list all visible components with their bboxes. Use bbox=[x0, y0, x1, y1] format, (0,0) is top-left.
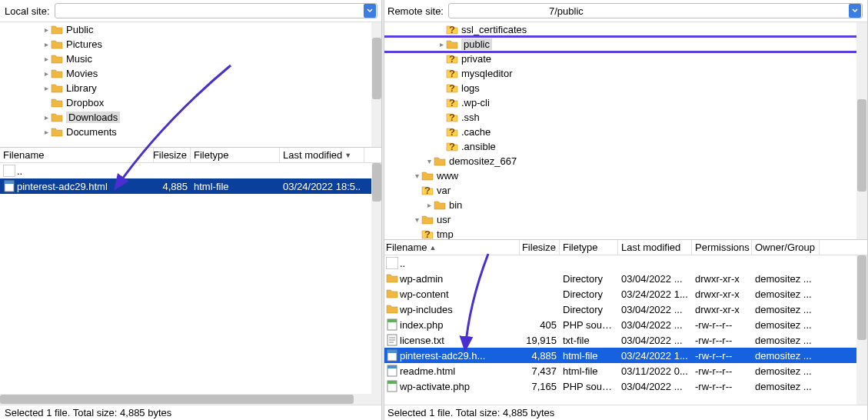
col-filesize[interactable]: Filesize bbox=[154, 148, 191, 162]
remote-rows[interactable]: ..wp-adminDirectory03/04/2022 ...drwxr-x… bbox=[383, 255, 867, 405]
local-site-label: Local site: bbox=[5, 5, 50, 17]
tree-item[interactable]: tmp bbox=[383, 227, 867, 239]
file-row[interactable]: readme.html7,437html-file03/11/2022 0...… bbox=[383, 363, 867, 378]
tree-item[interactable]: ▸Library bbox=[0, 81, 382, 95]
scrollbar-vertical[interactable] bbox=[856, 22, 867, 239]
remote-tree[interactable]: ssl_certificates▸publicprivatemysqledito… bbox=[383, 22, 867, 239]
local-tree[interactable]: ▸Public▸Pictures▸Music▸Movies▸LibraryDro… bbox=[0, 22, 382, 147]
tree-item[interactable]: mysqleditor bbox=[383, 66, 867, 81]
folder-icon bbox=[446, 38, 458, 51]
twisty-icon[interactable]: ▸ bbox=[42, 113, 51, 122]
twisty-icon[interactable]: ▸ bbox=[42, 55, 51, 63]
cell-ft: Directory bbox=[560, 304, 618, 315]
tree-item[interactable]: ▸public bbox=[383, 37, 867, 52]
file-row[interactable]: pinterest-adc29.html4,885html-file03/24/… bbox=[0, 178, 382, 194]
tree-item[interactable]: var bbox=[383, 183, 867, 198]
cell-pm: drwxr-xr-x bbox=[692, 304, 752, 315]
dropdown-icon[interactable] bbox=[364, 4, 376, 18]
scrollbar-vertical[interactable] bbox=[371, 163, 382, 394]
twisty-icon[interactable]: ▾ bbox=[424, 157, 434, 165]
twisty-icon[interactable]: ▸ bbox=[42, 69, 51, 78]
col-filetype[interactable]: Filetype bbox=[191, 148, 280, 162]
col-filesize[interactable]: Filesize bbox=[520, 240, 560, 255]
file-row[interactable]: wp-activate.php7,165PHP source03/04/2022… bbox=[383, 378, 867, 394]
parent-dir-row[interactable]: .. bbox=[0, 163, 382, 178]
cell-lm: 03/04/2022 ... bbox=[618, 335, 692, 346]
tree-label: demositez_667 bbox=[449, 155, 517, 167]
col-lastmod[interactable]: Last modified▼ bbox=[280, 148, 364, 162]
tree-label: .cache bbox=[461, 126, 491, 138]
cell-og: demositez ... bbox=[752, 335, 820, 346]
tree-item[interactable]: ssl_certificates bbox=[383, 22, 867, 37]
file-row[interactable]: license.txt19,915txt-file03/04/2022 ...-… bbox=[383, 332, 867, 348]
tree-item[interactable]: ▸Public bbox=[0, 22, 382, 37]
col-filetype[interactable]: Filetype bbox=[560, 240, 618, 255]
file-row[interactable]: wp-contentDirectory03/24/2022 1...drwxr-… bbox=[383, 286, 867, 302]
twisty-icon[interactable]: ▸ bbox=[42, 128, 51, 136]
twisty-icon[interactable]: ▸ bbox=[42, 40, 51, 48]
local-file-list: Filename Filesize Filetype Last modified… bbox=[0, 147, 382, 405]
tree-item[interactable]: .ansible bbox=[383, 139, 867, 154]
tree-label: .ansible bbox=[461, 141, 496, 152]
tree-item[interactable]: .ssh bbox=[383, 110, 867, 125]
pane-divider[interactable] bbox=[381, 0, 384, 420]
tree-item[interactable]: logs bbox=[383, 81, 867, 95]
tree-item[interactable]: ▾usr bbox=[383, 212, 867, 227]
txt-file-icon bbox=[386, 334, 398, 346]
parent-dir-row[interactable]: .. bbox=[383, 255, 867, 271]
twisty-icon[interactable]: ▾ bbox=[412, 172, 421, 180]
folder-icon bbox=[51, 68, 63, 80]
tree-item[interactable]: private bbox=[383, 52, 867, 66]
file-row[interactable]: wp-includesDirectory03/04/2022 ...drwxr-… bbox=[383, 302, 867, 317]
twisty-icon[interactable]: ▾ bbox=[412, 215, 421, 224]
scrollbar-vertical[interactable] bbox=[856, 255, 867, 405]
cell-og: demositez ... bbox=[752, 381, 820, 392]
local-headers[interactable]: Filename Filesize Filetype Last modified… bbox=[0, 148, 382, 163]
file-row[interactable]: wp-adminDirectory03/04/2022 ...drwxr-xr-… bbox=[383, 271, 867, 286]
tree-item[interactable]: ▸Documents bbox=[0, 125, 382, 139]
php-file-icon bbox=[386, 318, 398, 331]
tree-label: usr bbox=[437, 214, 451, 225]
tree-item[interactable]: ▸Music bbox=[0, 52, 382, 66]
local-site-select[interactable] bbox=[55, 3, 377, 18]
dropdown-icon[interactable] bbox=[849, 4, 861, 18]
cell-ft: Directory bbox=[560, 273, 618, 285]
tree-item[interactable]: .wp-cli bbox=[383, 95, 867, 110]
twisty-icon[interactable]: ▸ bbox=[42, 25, 51, 34]
php-file-icon bbox=[386, 380, 398, 392]
file-row[interactable]: index.php405PHP source03/04/2022 ...-rw-… bbox=[383, 317, 867, 332]
tree-label: Dropbox bbox=[66, 97, 104, 108]
file-row[interactable]: pinterest-adc29.h...4,885html-file03/24/… bbox=[383, 348, 867, 363]
tree-item[interactable]: Dropbox bbox=[0, 95, 382, 110]
tree-item[interactable]: ▸bin bbox=[383, 198, 867, 212]
folder-icon bbox=[386, 288, 398, 300]
tree-item[interactable]: ▸Downloads bbox=[0, 110, 382, 125]
twisty-icon[interactable]: ▸ bbox=[424, 201, 434, 209]
tree-item[interactable]: ▸Pictures bbox=[0, 37, 382, 52]
cell-lm: 03/04/2022 ... bbox=[618, 381, 692, 392]
col-permissions[interactable]: Permissions bbox=[692, 240, 752, 255]
col-ownergroup[interactable]: Owner/Group bbox=[752, 240, 820, 255]
cell-lm: 03/04/2022 ... bbox=[618, 304, 692, 315]
col-lastmod[interactable]: Last modified bbox=[618, 240, 692, 255]
scrollbar-vertical[interactable] bbox=[371, 22, 382, 147]
folder-unknown-icon bbox=[446, 68, 458, 80]
twisty-icon[interactable]: ▸ bbox=[437, 40, 446, 48]
tree-label: public bbox=[461, 38, 492, 50]
tree-item[interactable]: .cache bbox=[383, 125, 867, 139]
tree-item[interactable]: ▾www bbox=[383, 168, 867, 183]
folder-unknown-icon bbox=[446, 82, 458, 95]
folder-unknown-icon bbox=[446, 53, 458, 65]
folder-icon bbox=[386, 272, 398, 285]
remote-headers[interactable]: Filename▲ Filesize Filetype Last modifie… bbox=[383, 240, 867, 255]
twisty-icon[interactable]: ▸ bbox=[42, 84, 51, 92]
tree-label: .ssh bbox=[461, 112, 480, 123]
local-rows[interactable]: ..pinterest-adc29.html4,885html-file03/2… bbox=[0, 163, 382, 394]
filename: pinterest-adc29.h... bbox=[400, 350, 485, 362]
remote-site-select[interactable]: 7/public bbox=[448, 3, 863, 18]
tree-item[interactable]: ▾demositez_667 bbox=[383, 154, 867, 168]
scrollbar-horizontal[interactable] bbox=[0, 394, 382, 405]
tree-item[interactable]: ▸Movies bbox=[0, 66, 382, 81]
col-filename[interactable]: Filename bbox=[0, 148, 154, 162]
col-filename[interactable]: Filename▲ bbox=[383, 240, 520, 255]
